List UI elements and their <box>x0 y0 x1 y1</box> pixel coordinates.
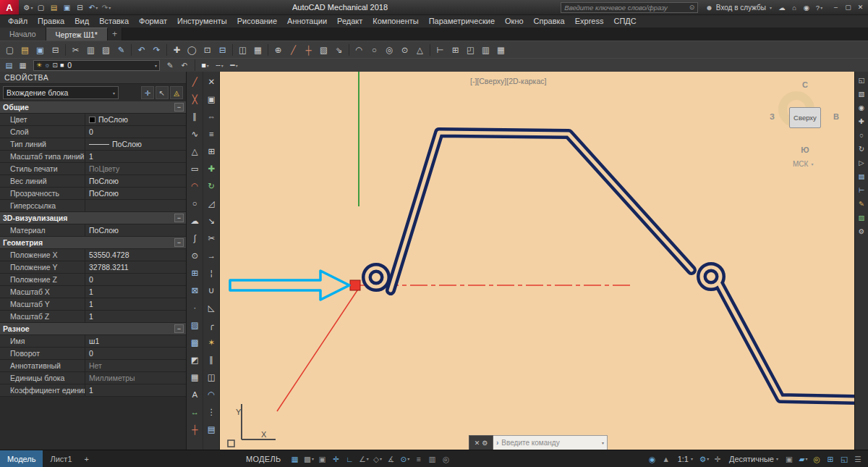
qnew-icon[interactable]: ▢ <box>2 43 17 57</box>
circle-icon[interactable]: ○ <box>187 195 203 212</box>
mech-browser-icon[interactable]: ▤ <box>2 59 16 72</box>
save-icon[interactable]: ▣ <box>61 1 74 13</box>
polygon-icon[interactable]: △ <box>412 43 427 57</box>
property-row[interactable]: Поворот 0 <box>0 348 186 360</box>
make-block-icon[interactable]: ⊠ <box>187 282 203 299</box>
property-row[interactable]: Масштаб X 1 <box>0 286 186 298</box>
lineweight-icon[interactable]: ≡ <box>412 452 425 466</box>
navigation-wheel-icon[interactable]: ◉ <box>856 101 868 114</box>
autocad-logo-icon[interactable]: A <box>0 0 19 14</box>
orbit-icon[interactable]: ↻ <box>856 143 868 155</box>
grid-icon[interactable]: ▦ <box>288 452 302 466</box>
annotation-visibility-icon[interactable]: ◉ <box>646 452 660 466</box>
viewcube-south[interactable]: Ю <box>769 146 841 154</box>
separator[interactable] <box>268 44 268 56</box>
menu-item[interactable]: Файл <box>3 15 33 28</box>
redo-icon[interactable]: ↷ ▾ <box>100 1 113 13</box>
measure-tool-icon[interactable]: ⊢ <box>856 184 868 196</box>
show-motion-icon[interactable]: ▷ <box>856 156 868 169</box>
property-row[interactable]: Материал ПоСлою <box>0 224 186 237</box>
property-value[interactable]: ПоЦвету <box>85 163 186 174</box>
command-input-box[interactable]: › Введите команду ▾ <box>493 435 608 450</box>
property-value[interactable]: Миллиметры <box>85 372 186 384</box>
isodraft-icon[interactable]: ◇ ▾ <box>370 452 384 466</box>
grid-display-icon[interactable]: ⊞ <box>448 43 463 57</box>
trim-icon[interactable]: ✂ <box>204 230 219 247</box>
construction-line-icon[interactable]: ╳ <box>187 91 203 108</box>
plot-icon[interactable]: ⊟ <box>48 43 63 57</box>
isolate-objects-icon[interactable]: ◎ <box>810 452 824 466</box>
ellipse-icon[interactable]: ⊙ <box>397 43 412 57</box>
pan-icon[interactable]: ✚ <box>856 115 868 127</box>
ortho-icon[interactable]: ∟ <box>343 452 357 466</box>
tab-start[interactable]: Начало <box>0 28 46 41</box>
chamfer-icon[interactable]: ◺ <box>204 299 219 316</box>
transparency-icon[interactable]: ▥ <box>425 452 439 466</box>
options-icon[interactable]: ⚙ <box>856 225 868 237</box>
customize-wrench-icon[interactable]: ⚙ <box>482 439 488 447</box>
property-value[interactable] <box>85 200 186 211</box>
property-row[interactable]: Единицы блока Миллиметры <box>0 372 186 384</box>
break-icon[interactable]: ¦ <box>204 264 219 282</box>
layer-properties-icon[interactable]: ▦ <box>16 59 30 72</box>
offset-icon[interactable]: ≡ <box>204 125 219 143</box>
sheet-set-icon[interactable]: ▥ <box>478 43 493 57</box>
explode-icon[interactable]: ✶ <box>204 334 219 351</box>
arc-icon[interactable]: ◠ <box>352 43 367 57</box>
dimension-icon[interactable]: ↔ <box>187 403 203 421</box>
pan-icon[interactable]: ✚ <box>169 43 184 57</box>
a360-icon[interactable]: ☁ <box>776 1 788 13</box>
menu-item[interactable]: Аннотации <box>282 15 332 28</box>
separator[interactable] <box>349 44 349 56</box>
collapse-button[interactable]: − <box>174 238 184 247</box>
hatch-icon[interactable]: ▧ <box>316 43 331 57</box>
property-row[interactable]: Вес линий ПоСлою <box>0 175 186 188</box>
viewcube-top-face[interactable]: Сверху <box>789 107 821 128</box>
align-icon[interactable]: ∥ <box>204 351 219 369</box>
workspace-icon[interactable]: ⚙ ▾ <box>22 1 35 13</box>
object-type-dropdown[interactable]: Вхождение блока ▾ <box>3 86 119 99</box>
property-value[interactable]: 1 <box>85 384 186 396</box>
section-header[interactable]: Разное − <box>0 323 186 335</box>
tab-drawing-sh1[interactable]: Чертеж Ш1* <box>46 28 108 41</box>
collapse-button[interactable]: − <box>174 214 184 222</box>
zoom-window-icon[interactable]: ⊡ <box>200 43 215 57</box>
multiline-icon[interactable]: ∥ <box>187 108 203 125</box>
drawing-viewport[interactable]: Y X <box>220 72 854 450</box>
close-icon[interactable]: ✕ <box>475 439 480 447</box>
table-icon[interactable]: ▦ <box>493 43 509 57</box>
menu-item[interactable]: Вид <box>69 15 94 28</box>
undo-icon[interactable]: ↶ <box>134 43 149 57</box>
property-value[interactable]: ПоСлою <box>85 188 186 199</box>
collapse-button[interactable]: − <box>174 103 184 112</box>
property-value[interactable]: 0 <box>85 274 186 285</box>
construction-line-icon[interactable]: ╱ <box>286 43 301 57</box>
osnap-icon[interactable]: ⊙ ▾ <box>398 452 412 466</box>
property-row[interactable]: Стиль печати ПоЦвету <box>0 163 186 175</box>
menu-item[interactable]: СПДС <box>608 15 641 28</box>
rectangle-icon[interactable]: ▭ <box>187 160 203 177</box>
zoom-icon[interactable]: ○ <box>856 129 868 141</box>
viewports-icon[interactable]: ◰ <box>463 43 478 57</box>
new-layout-button[interactable]: + <box>80 455 94 463</box>
stay-connected-icon[interactable]: ◉ <box>801 1 813 13</box>
layout1-tab[interactable]: Лист1 <box>43 450 79 467</box>
model-tab[interactable]: Модель <box>0 450 43 467</box>
arc-icon[interactable]: ◠ <box>187 177 203 195</box>
fullscreen-icon[interactable]: ◱ <box>856 74 868 86</box>
color-control-icon[interactable]: ■ ▾ <box>198 59 212 72</box>
open-icon[interactable]: ▤ <box>48 1 61 13</box>
maximize-button[interactable]: ▢ <box>842 1 854 13</box>
drawing-area[interactable]: Y X [-][Сверху][2D-каркас] С З В Ю Сверх… <box>220 72 854 450</box>
menu-item[interactable]: Окно <box>500 15 529 28</box>
spline-icon[interactable]: ∫ <box>187 230 203 247</box>
separator[interactable] <box>131 44 132 56</box>
minimize-button[interactable]: – <box>830 1 842 13</box>
model-space-label[interactable]: МОДЕЛЬ <box>246 455 281 463</box>
property-row[interactable]: Слой 0 <box>0 126 186 138</box>
property-row[interactable]: Коэффициент единиц 1 <box>0 384 186 397</box>
stretch-icon[interactable]: ↘ <box>204 212 219 230</box>
menu-item[interactable]: Правка <box>33 15 69 28</box>
viewcube-west[interactable]: З <box>770 112 775 121</box>
infer-constraints-icon[interactable]: ▣ <box>315 452 329 466</box>
